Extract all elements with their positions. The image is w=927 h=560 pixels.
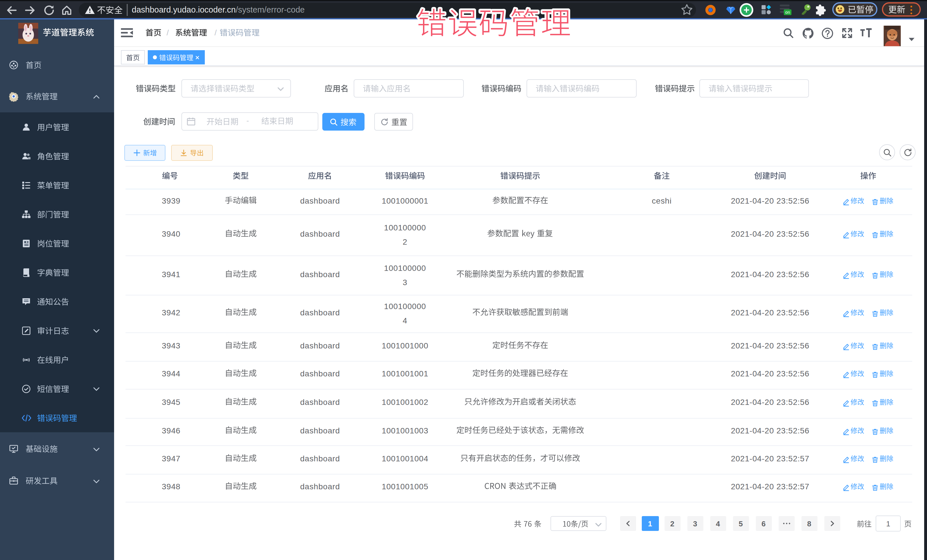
svg-text:on: on	[785, 10, 790, 15]
